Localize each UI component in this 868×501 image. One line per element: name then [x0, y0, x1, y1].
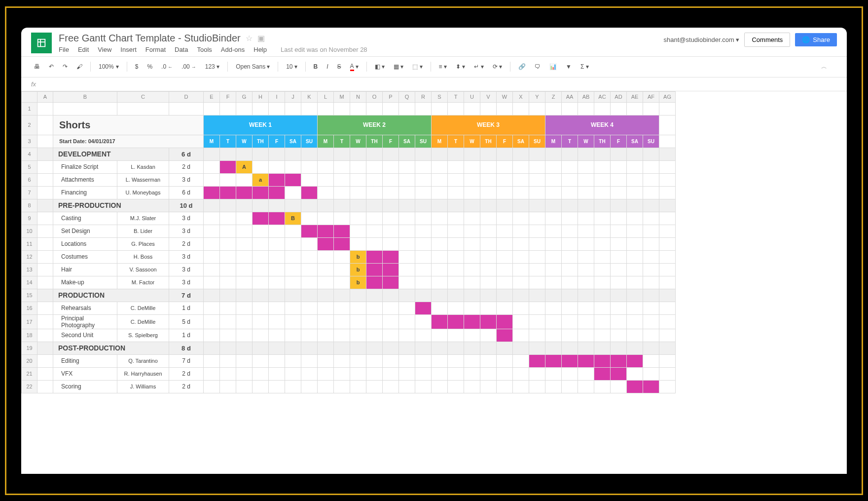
gantt-cell[interactable]	[318, 302, 334, 314]
gantt-cell[interactable]	[204, 199, 220, 212]
gantt-cell[interactable]	[448, 354, 464, 367]
menu-tools[interactable]: Tools	[197, 46, 212, 53]
gantt-cell[interactable]	[253, 263, 269, 276]
phase-duration-cell[interactable]: 10 d	[169, 199, 204, 212]
gantt-cell[interactable]	[383, 186, 399, 199]
col-header-H[interactable]: H	[253, 91, 269, 102]
gantt-cell[interactable]	[415, 186, 432, 199]
gantt-cell[interactable]	[448, 263, 464, 276]
gantt-cell[interactable]	[643, 367, 659, 380]
task-name-cell[interactable]: Rehearsals	[53, 302, 117, 314]
redo-icon[interactable]: ↷	[60, 61, 71, 72]
day-header[interactable]: M	[204, 135, 220, 148]
gantt-cell[interactable]	[253, 314, 269, 329]
gantt-cell[interactable]	[220, 225, 236, 237]
gantt-cell[interactable]	[627, 329, 643, 342]
gantt-cell[interactable]	[432, 160, 448, 173]
gantt-cell[interactable]	[318, 199, 334, 212]
borders-icon[interactable]: ▦ ▾	[391, 61, 406, 72]
cell[interactable]	[236, 102, 253, 115]
gantt-cell[interactable]	[480, 342, 497, 354]
gantt-cell[interactable]	[594, 289, 611, 302]
gantt-cell[interactable]	[448, 289, 464, 302]
cell[interactable]	[399, 102, 415, 115]
gantt-cell[interactable]	[464, 199, 480, 212]
col-header-N[interactable]: N	[350, 91, 366, 102]
gantt-cell[interactable]	[334, 302, 350, 314]
day-header[interactable]: SA	[285, 135, 301, 148]
day-header[interactable]: SU	[301, 135, 318, 148]
gantt-cell[interactable]	[236, 250, 253, 263]
gantt-cell[interactable]	[269, 367, 285, 380]
task-duration-cell[interactable]: 2 d	[169, 237, 204, 250]
italic-button[interactable]: I	[324, 61, 331, 72]
day-header[interactable]: TH	[253, 135, 269, 148]
gantt-cell[interactable]	[204, 367, 220, 380]
gantt-cell[interactable]	[627, 263, 643, 276]
gantt-cell[interactable]	[448, 250, 464, 263]
gantt-cell[interactable]	[627, 160, 643, 173]
gantt-cell[interactable]	[611, 225, 627, 237]
gantt-cell[interactable]	[285, 342, 301, 354]
gantt-cell[interactable]	[236, 148, 253, 160]
gantt-cell[interactable]	[497, 212, 513, 225]
gantt-cell[interactable]	[643, 173, 659, 186]
gantt-cell[interactable]	[448, 225, 464, 237]
gantt-cell[interactable]	[318, 186, 334, 199]
gantt-cell[interactable]	[318, 367, 334, 380]
gantt-cell[interactable]	[204, 160, 220, 173]
gantt-cell[interactable]	[366, 302, 383, 314]
gantt-cell[interactable]	[236, 289, 253, 302]
gantt-cell[interactable]	[432, 276, 448, 289]
gantt-cell[interactable]	[627, 250, 643, 263]
task-name-cell[interactable]: Attachments	[53, 173, 117, 186]
cell[interactable]	[594, 102, 611, 115]
menu-view[interactable]: View	[98, 46, 111, 53]
gantt-cell[interactable]	[480, 263, 497, 276]
gantt-cell[interactable]	[448, 314, 464, 329]
gantt-cell[interactable]	[432, 314, 448, 329]
font-select[interactable]: Open Sans ▾	[233, 61, 273, 72]
gantt-cell[interactable]	[432, 302, 448, 314]
gantt-cell[interactable]	[318, 276, 334, 289]
gantt-cell[interactable]	[480, 225, 497, 237]
gantt-cell[interactable]	[513, 302, 529, 314]
day-header[interactable]: SA	[513, 135, 529, 148]
gantt-cell[interactable]	[448, 173, 464, 186]
gantt-cell[interactable]	[480, 250, 497, 263]
menu-data[interactable]: Data	[175, 46, 188, 53]
gantt-cell[interactable]	[480, 329, 497, 342]
gantt-cell[interactable]	[366, 199, 383, 212]
gantt-cell[interactable]	[480, 380, 497, 393]
cell[interactable]	[545, 102, 562, 115]
gantt-cell[interactable]	[301, 329, 318, 342]
gantt-cell[interactable]	[383, 263, 399, 276]
gantt-cell[interactable]	[432, 289, 448, 302]
gantt-cell[interactable]	[448, 212, 464, 225]
bold-button[interactable]: B	[311, 61, 321, 72]
gantt-cell[interactable]	[204, 148, 220, 160]
gantt-cell[interactable]	[545, 173, 562, 186]
gantt-cell[interactable]	[594, 380, 611, 393]
gantt-cell[interactable]	[399, 354, 415, 367]
select-all-corner[interactable]	[22, 91, 37, 102]
gantt-cell[interactable]	[594, 314, 611, 329]
gantt-cell[interactable]	[269, 380, 285, 393]
gantt-cell[interactable]: b	[350, 263, 366, 276]
task-duration-cell[interactable]: 3 d	[169, 250, 204, 263]
gantt-cell[interactable]	[269, 237, 285, 250]
task-person-cell[interactable]: M.J. Slater	[117, 212, 169, 225]
task-name-cell[interactable]: Costumes	[53, 250, 117, 263]
col-header-X[interactable]: X	[513, 91, 529, 102]
gantt-cell[interactable]	[611, 302, 627, 314]
gantt-cell[interactable]	[529, 314, 545, 329]
gantt-cell[interactable]	[480, 212, 497, 225]
gantt-cell[interactable]	[269, 148, 285, 160]
cell[interactable]	[37, 302, 53, 314]
task-duration-cell[interactable]: 6 d	[169, 186, 204, 199]
gantt-cell[interactable]	[464, 367, 480, 380]
gantt-cell[interactable]	[285, 186, 301, 199]
col-header-AD[interactable]: AD	[611, 91, 627, 102]
gantt-cell[interactable]	[334, 354, 350, 367]
gantt-cell[interactable]	[220, 237, 236, 250]
